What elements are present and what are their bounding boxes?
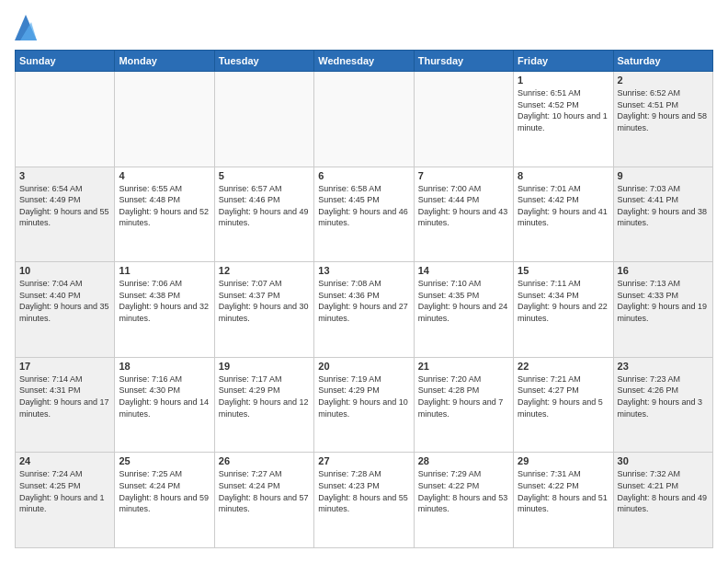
calendar-header-friday: Friday <box>514 51 613 72</box>
calendar-cell <box>414 72 513 167</box>
day-info: Sunrise: 7:06 AM Sunset: 4:38 PM Dayligh… <box>119 278 210 324</box>
calendar-cell: 15Sunrise: 7:11 AM Sunset: 4:34 PM Dayli… <box>514 262 613 358</box>
day-number: 30 <box>618 455 709 466</box>
calendar-cell <box>16 72 115 167</box>
calendar-cell: 19Sunrise: 7:17 AM Sunset: 4:29 PM Dayli… <box>214 357 313 453</box>
calendar-cell <box>314 72 414 167</box>
day-number: 8 <box>518 170 609 181</box>
calendar-week-row: 1Sunrise: 6:51 AM Sunset: 4:52 PM Daylig… <box>16 72 713 167</box>
calendar-cell: 22Sunrise: 7:21 AM Sunset: 4:27 PM Dayli… <box>514 357 613 453</box>
day-number: 10 <box>19 265 110 276</box>
calendar-week-row: 24Sunrise: 7:24 AM Sunset: 4:25 PM Dayli… <box>16 453 713 548</box>
calendar-header-sunday: Sunday <box>16 51 115 72</box>
calendar-cell: 14Sunrise: 7:10 AM Sunset: 4:35 PM Dayli… <box>414 262 513 358</box>
day-number: 15 <box>518 265 609 276</box>
day-number: 25 <box>119 455 210 466</box>
day-info: Sunrise: 6:51 AM Sunset: 4:52 PM Dayligh… <box>518 87 609 133</box>
day-info: Sunrise: 6:55 AM Sunset: 4:48 PM Dayligh… <box>119 183 210 229</box>
day-number: 17 <box>19 361 110 372</box>
calendar-cell: 24Sunrise: 7:24 AM Sunset: 4:25 PM Dayli… <box>16 453 115 548</box>
day-info: Sunrise: 7:17 AM Sunset: 4:29 PM Dayligh… <box>219 373 310 419</box>
calendar-week-row: 10Sunrise: 7:04 AM Sunset: 4:40 PM Dayli… <box>16 262 713 358</box>
day-number: 16 <box>618 265 709 276</box>
day-info: Sunrise: 7:24 AM Sunset: 4:25 PM Dayligh… <box>19 468 110 514</box>
day-number: 9 <box>618 170 709 181</box>
day-info: Sunrise: 7:03 AM Sunset: 4:41 PM Dayligh… <box>618 183 709 229</box>
calendar-cell: 21Sunrise: 7:20 AM Sunset: 4:28 PM Dayli… <box>414 357 513 453</box>
day-number: 13 <box>318 265 409 276</box>
calendar-header-saturday: Saturday <box>613 51 712 72</box>
day-number: 26 <box>219 455 310 466</box>
calendar-cell: 13Sunrise: 7:08 AM Sunset: 4:36 PM Dayli… <box>314 262 414 358</box>
day-number: 20 <box>318 361 409 372</box>
calendar-cell: 6Sunrise: 6:58 AM Sunset: 4:45 PM Daylig… <box>314 167 414 262</box>
calendar-cell: 17Sunrise: 7:14 AM Sunset: 4:31 PM Dayli… <box>16 357 115 453</box>
calendar-cell: 23Sunrise: 7:23 AM Sunset: 4:26 PM Dayli… <box>613 357 712 453</box>
day-number: 5 <box>219 170 310 181</box>
day-info: Sunrise: 7:10 AM Sunset: 4:35 PM Dayligh… <box>418 278 509 324</box>
page: SundayMondayTuesdayWednesdayThursdayFrid… <box>0 0 728 563</box>
day-number: 28 <box>418 455 509 466</box>
day-number: 14 <box>418 265 509 276</box>
calendar-cell: 8Sunrise: 7:01 AM Sunset: 4:42 PM Daylig… <box>514 167 613 262</box>
calendar-cell: 25Sunrise: 7:25 AM Sunset: 4:24 PM Dayli… <box>115 453 214 548</box>
calendar-cell: 7Sunrise: 7:00 AM Sunset: 4:44 PM Daylig… <box>414 167 513 262</box>
day-number: 1 <box>518 75 609 86</box>
day-info: Sunrise: 7:07 AM Sunset: 4:37 PM Dayligh… <box>219 278 310 324</box>
calendar-cell <box>115 72 214 167</box>
day-number: 21 <box>418 361 509 372</box>
logo-icon <box>15 15 37 40</box>
calendar-cell: 28Sunrise: 7:29 AM Sunset: 4:22 PM Dayli… <box>414 453 513 548</box>
calendar-cell: 1Sunrise: 6:51 AM Sunset: 4:52 PM Daylig… <box>514 72 613 167</box>
day-number: 19 <box>219 361 310 372</box>
day-info: Sunrise: 7:01 AM Sunset: 4:42 PM Dayligh… <box>518 183 609 229</box>
day-number: 6 <box>318 170 409 181</box>
day-info: Sunrise: 6:52 AM Sunset: 4:51 PM Dayligh… <box>618 87 709 133</box>
calendar-cell <box>214 72 313 167</box>
day-info: Sunrise: 6:57 AM Sunset: 4:46 PM Dayligh… <box>219 183 310 229</box>
day-number: 3 <box>19 170 110 181</box>
calendar-cell: 18Sunrise: 7:16 AM Sunset: 4:30 PM Dayli… <box>115 357 214 453</box>
day-number: 24 <box>19 455 110 466</box>
day-info: Sunrise: 6:58 AM Sunset: 4:45 PM Dayligh… <box>318 183 409 229</box>
calendar-cell: 2Sunrise: 6:52 AM Sunset: 4:51 PM Daylig… <box>613 72 712 167</box>
day-info: Sunrise: 7:21 AM Sunset: 4:27 PM Dayligh… <box>518 373 609 419</box>
day-number: 7 <box>418 170 509 181</box>
calendar-cell: 10Sunrise: 7:04 AM Sunset: 4:40 PM Dayli… <box>16 262 115 358</box>
calendar-cell: 29Sunrise: 7:31 AM Sunset: 4:22 PM Dayli… <box>514 453 613 548</box>
calendar-cell: 9Sunrise: 7:03 AM Sunset: 4:41 PM Daylig… <box>613 167 712 262</box>
calendar-cell: 16Sunrise: 7:13 AM Sunset: 4:33 PM Dayli… <box>613 262 712 358</box>
logo <box>15 15 40 40</box>
day-info: Sunrise: 7:25 AM Sunset: 4:24 PM Dayligh… <box>119 468 210 514</box>
day-info: Sunrise: 7:16 AM Sunset: 4:30 PM Dayligh… <box>119 373 210 419</box>
calendar-cell: 5Sunrise: 6:57 AM Sunset: 4:46 PM Daylig… <box>214 167 313 262</box>
day-info: Sunrise: 7:27 AM Sunset: 4:24 PM Dayligh… <box>219 468 310 514</box>
day-info: Sunrise: 7:08 AM Sunset: 4:36 PM Dayligh… <box>318 278 409 324</box>
day-info: Sunrise: 6:54 AM Sunset: 4:49 PM Dayligh… <box>19 183 110 229</box>
day-info: Sunrise: 7:13 AM Sunset: 4:33 PM Dayligh… <box>618 278 709 324</box>
day-info: Sunrise: 7:23 AM Sunset: 4:26 PM Dayligh… <box>618 373 709 419</box>
calendar-cell: 3Sunrise: 6:54 AM Sunset: 4:49 PM Daylig… <box>16 167 115 262</box>
day-number: 29 <box>518 455 609 466</box>
day-number: 4 <box>119 170 210 181</box>
day-number: 12 <box>219 265 310 276</box>
calendar-header-wednesday: Wednesday <box>314 51 414 72</box>
calendar-cell: 27Sunrise: 7:28 AM Sunset: 4:23 PM Dayli… <box>314 453 414 548</box>
day-number: 2 <box>618 75 709 86</box>
day-info: Sunrise: 7:29 AM Sunset: 4:22 PM Dayligh… <box>418 468 509 514</box>
calendar-cell: 4Sunrise: 6:55 AM Sunset: 4:48 PM Daylig… <box>115 167 214 262</box>
day-number: 11 <box>119 265 210 276</box>
calendar-cell: 26Sunrise: 7:27 AM Sunset: 4:24 PM Dayli… <box>214 453 313 548</box>
calendar-week-row: 17Sunrise: 7:14 AM Sunset: 4:31 PM Dayli… <box>16 357 713 453</box>
calendar-cell: 11Sunrise: 7:06 AM Sunset: 4:38 PM Dayli… <box>115 262 214 358</box>
day-info: Sunrise: 7:14 AM Sunset: 4:31 PM Dayligh… <box>19 373 110 419</box>
calendar-header-tuesday: Tuesday <box>214 51 313 72</box>
day-info: Sunrise: 7:20 AM Sunset: 4:28 PM Dayligh… <box>418 373 509 419</box>
calendar-cell: 30Sunrise: 7:32 AM Sunset: 4:21 PM Dayli… <box>613 453 712 548</box>
calendar-cell: 12Sunrise: 7:07 AM Sunset: 4:37 PM Dayli… <box>214 262 313 358</box>
calendar-week-row: 3Sunrise: 6:54 AM Sunset: 4:49 PM Daylig… <box>16 167 713 262</box>
day-info: Sunrise: 7:28 AM Sunset: 4:23 PM Dayligh… <box>318 468 409 514</box>
day-number: 27 <box>318 455 409 466</box>
day-info: Sunrise: 7:32 AM Sunset: 4:21 PM Dayligh… <box>618 468 709 514</box>
calendar-header-row: SundayMondayTuesdayWednesdayThursdayFrid… <box>16 51 713 72</box>
